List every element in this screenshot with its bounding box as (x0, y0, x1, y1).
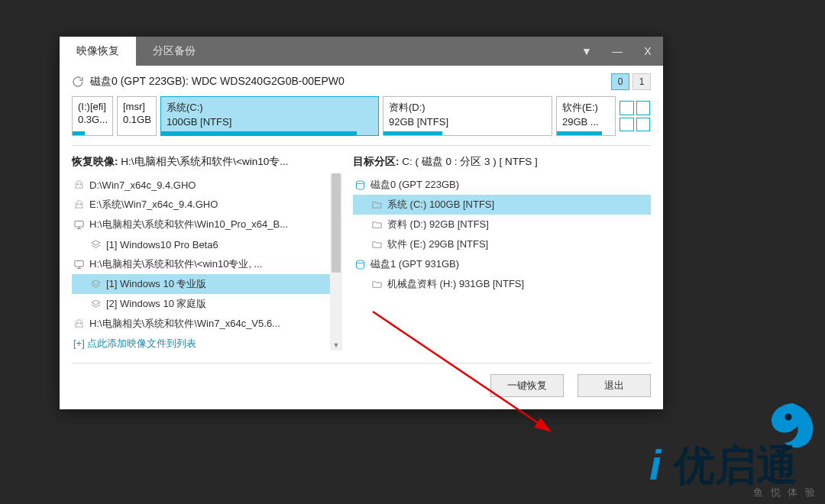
svg-point-1 (79, 183, 81, 185)
partition-name: 资料(D:) (389, 101, 546, 115)
tree-row[interactable]: 机械盘资料 (H:) 931GB [NTFS] (353, 274, 651, 294)
footer: 一键恢复 退出 (72, 363, 651, 409)
svg-point-3 (79, 203, 81, 205)
disk-page-1[interactable]: 1 (632, 73, 651, 90)
layers-icon (89, 297, 102, 311)
partition-name: [msr] (123, 101, 150, 112)
tree-row-label: H:\电脑相关\系统和软件\Win10_Pro_x64_B... (89, 218, 336, 231)
titlebar: 映像恢复 分区备份 ▼ — X (60, 37, 663, 66)
usage-bar (383, 131, 442, 135)
tree-row[interactable]: [2] Windows 10 家庭版 (72, 294, 341, 314)
close-button[interactable]: X (632, 37, 663, 66)
tree-row[interactable]: H:\电脑相关\系统和软件\Win7_x64c_V5.6... (72, 314, 341, 334)
svg-text:i: i (649, 441, 662, 489)
partition-block[interactable]: 系统(C:)100GB [NTFS] (160, 96, 379, 136)
folder-icon (370, 198, 383, 212)
watermark-text: 鱼 悦 体 验 (753, 486, 817, 499)
scroll-thumb[interactable] (332, 173, 341, 273)
tree-row-label: [1] Windows 10 专业版 (106, 277, 336, 291)
partition-grid-view-icon[interactable] (620, 96, 650, 136)
disk-icon (353, 257, 367, 271)
partition-name: (I:)[efi] (78, 101, 107, 112)
app-window: 映像恢复 分区备份 ▼ — X 磁盘0 (GPT 223GB): WDC WDS… (60, 37, 663, 409)
tree-row[interactable]: [1] Windows 10 专业版 (72, 274, 341, 294)
svg-rect-5 (74, 260, 82, 267)
usage-bar (557, 131, 602, 135)
layers-icon (89, 277, 102, 291)
exit-button[interactable]: 退出 (578, 374, 651, 397)
tree-row[interactable]: 系统 (C:) 100GB [NTFS] (353, 195, 651, 215)
source-panel: 恢复映像: H:\电脑相关\系统和软件\<win10专... D:\Win7_x… (72, 155, 341, 351)
partition-size: 92GB [NTFS] (389, 116, 546, 128)
tree-row[interactable]: E:\系统\Win7_x64c_9.4.GHO (72, 195, 341, 215)
partition-block[interactable]: 软件(E:)29GB ... (556, 96, 616, 136)
partition-size: 29GB ... (562, 116, 610, 128)
disk-title: 磁盘0 (GPT 223GB): WDC WDS240G2G0B-00EPW0 (90, 75, 605, 89)
partition-name: 软件(E:) (562, 101, 610, 115)
tree-row-label: E:\系统\Win7_x64c_9.4.GHO (89, 198, 336, 212)
disk-page-0[interactable]: 0 (611, 73, 629, 90)
tree-row[interactable]: 资料 (D:) 92GB [NTFS] (353, 215, 651, 234)
tree-row-label: 磁盘0 (GPT 223GB) (370, 178, 646, 192)
partition-size: 0.1GB (123, 114, 150, 125)
partition-tree: 磁盘0 (GPT 223GB)系统 (C:) 100GB [NTFS]资料 (D… (353, 175, 651, 294)
svg-point-0 (76, 183, 78, 185)
disk-header: 磁盘0 (GPT 223GB): WDC WDS240G2G0B-00EPW0 … (60, 66, 663, 96)
target-title: 目标分区: C: ( 磁盘 0 : 分区 3 ) [ NTFS ] (353, 155, 651, 169)
svg-point-2 (76, 203, 78, 205)
usage-bar (161, 131, 357, 135)
tree-row[interactable]: 软件 (E:) 29GB [NTFS] (353, 234, 651, 254)
tree-row[interactable]: 磁盘0 (GPT 223GB) (353, 175, 651, 195)
partition-map: (I:)[efi]0.3G...[msr]0.1GB系统(C:)100GB [N… (60, 96, 663, 142)
partition-size: 100GB [NTFS] (167, 116, 373, 128)
disk-icon (353, 178, 367, 192)
monitor-icon (72, 257, 86, 271)
tree-row[interactable]: H:\电脑相关\系统和软件\Win10_Pro_x64_B... (72, 215, 341, 234)
svg-point-8 (356, 180, 364, 183)
disk-pager: 0 1 (611, 73, 651, 90)
partition-name: 系统(C:) (167, 101, 373, 115)
scroll-down-icon[interactable]: ▼ (330, 340, 342, 351)
partition-block[interactable]: [msr]0.1GB (117, 96, 157, 136)
refresh-icon[interactable] (72, 76, 84, 88)
tree-row-label: 磁盘1 (GPT 931GB) (370, 257, 646, 271)
svg-point-7 (79, 322, 81, 324)
tab-partition-backup[interactable]: 分区备份 (136, 37, 212, 66)
monitor-icon (72, 218, 86, 231)
tree-row-label: [1] Windows10 Pro Beta6 (106, 239, 336, 250)
tree-row-label: 资料 (D:) 92GB [NTFS] (387, 218, 646, 231)
folder-icon (370, 218, 383, 231)
ghost-icon (72, 198, 86, 212)
tree-row-label: H:\电脑相关\系统和软件\<win10专业, ... (89, 257, 336, 271)
folder-icon (370, 237, 383, 251)
tree-row-label: D:\Win7_x64c_9.4.GHO (89, 179, 336, 191)
one-click-restore-button[interactable]: 一键恢复 (490, 374, 564, 397)
tree-row-label: 系统 (C:) 100GB [NTFS] (387, 198, 646, 212)
tab-image-restore[interactable]: 映像恢复 (60, 37, 136, 66)
titlebar-dropdown[interactable]: ▼ (571, 37, 602, 66)
minimize-button[interactable]: — (602, 37, 632, 66)
image-tree: D:\Win7_x64c_9.4.GHOE:\系统\Win7_x64c_9.4.… (72, 175, 341, 334)
tree-row[interactable]: D:\Win7_x64c_9.4.GHO (72, 175, 341, 195)
partition-block[interactable]: (I:)[efi]0.3G... (72, 96, 113, 136)
ghost-icon (72, 317, 86, 331)
svg-text:优启通: 优启通 (672, 443, 798, 489)
tree-row-label: 机械盘资料 (H:) 931GB [NTFS] (387, 277, 646, 291)
tree-row[interactable]: H:\电脑相关\系统和软件\<win10专业, ... (72, 254, 341, 274)
tree-row-label: 软件 (E:) 29GB [NTFS] (387, 237, 646, 251)
usage-bar (73, 131, 85, 135)
layers-icon (89, 237, 102, 251)
scrollbar[interactable]: ▲ ▼ (330, 173, 342, 351)
svg-point-11 (785, 414, 792, 421)
tree-row[interactable]: [1] Windows10 Pro Beta6 (72, 234, 341, 254)
partition-size: 0.3G... (78, 114, 107, 125)
target-panel: 目标分区: C: ( 磁盘 0 : 分区 3 ) [ NTFS ] 磁盘0 (G… (353, 155, 651, 351)
add-image-link[interactable]: [+] 点此添加映像文件到列表 (72, 337, 341, 351)
ghost-icon (72, 178, 86, 192)
tree-row-label: [2] Windows 10 家庭版 (106, 297, 336, 311)
folder-icon (370, 277, 383, 291)
svg-point-9 (356, 260, 364, 263)
source-title: 恢复映像: H:\电脑相关\系统和软件\<win10专... (72, 155, 341, 169)
partition-block[interactable]: 资料(D:)92GB [NTFS] (383, 96, 552, 136)
tree-row[interactable]: 磁盘1 (GPT 931GB) (353, 254, 651, 274)
